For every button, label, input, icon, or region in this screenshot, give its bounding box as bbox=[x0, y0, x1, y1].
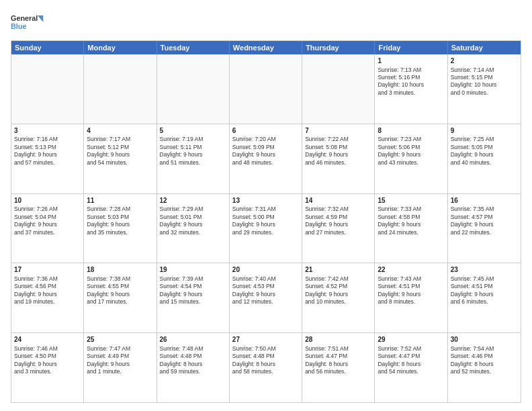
day-info-line: and 57 minutes. bbox=[14, 159, 81, 167]
day-info-line: Daylight: 9 hours bbox=[305, 291, 371, 298]
day-info-line: Sunset: 5:16 PM bbox=[378, 74, 444, 81]
day-info-line: Sunset: 4:55 PM bbox=[87, 283, 153, 290]
empty-cell bbox=[230, 54, 302, 124]
day-info-line: Sunset: 4:51 PM bbox=[451, 283, 518, 290]
day-info-line: Sunrise: 7:25 AM bbox=[451, 136, 518, 143]
header-day-friday: Friday bbox=[375, 41, 447, 54]
day-number: 16 bbox=[451, 196, 518, 205]
day-info-line: Sunset: 5:05 PM bbox=[451, 144, 518, 151]
day-cell-15: 15Sunrise: 7:33 AMSunset: 4:58 PMDayligh… bbox=[375, 194, 447, 263]
day-number: 12 bbox=[160, 196, 226, 205]
day-info-line: Daylight: 9 hours bbox=[378, 291, 444, 298]
day-info-line: Sunrise: 7:51 AM bbox=[305, 345, 371, 353]
day-info-line: Daylight: 9 hours bbox=[87, 361, 153, 368]
day-info-line: Sunrise: 7:35 AM bbox=[451, 205, 518, 213]
day-info-line: and 54 minutes. bbox=[378, 368, 444, 375]
day-info-line: Sunset: 5:04 PM bbox=[14, 214, 81, 221]
day-cell-12: 12Sunrise: 7:29 AMSunset: 5:01 PMDayligh… bbox=[157, 194, 230, 263]
calendar-row-1: 3Sunrise: 7:16 AMSunset: 5:13 PMDaylight… bbox=[11, 124, 521, 193]
day-number: 15 bbox=[378, 196, 444, 205]
day-info-line: Daylight: 9 hours bbox=[87, 151, 153, 158]
day-info-line: Sunrise: 7:36 AM bbox=[14, 275, 81, 283]
day-info-line: and 17 minutes. bbox=[87, 298, 153, 306]
day-number: 4 bbox=[87, 126, 153, 136]
day-number: 23 bbox=[451, 265, 518, 275]
day-info-line: Daylight: 8 hours bbox=[378, 361, 444, 368]
day-number: 5 bbox=[160, 126, 226, 136]
day-cell-23: 23Sunrise: 7:45 AMSunset: 4:51 PMDayligh… bbox=[448, 263, 521, 332]
day-info-line: Sunrise: 7:26 AM bbox=[14, 205, 81, 213]
day-cell-27: 27Sunrise: 7:50 AMSunset: 4:48 PMDayligh… bbox=[230, 333, 302, 402]
header: General Blue bbox=[11, 8, 521, 36]
day-number: 6 bbox=[232, 126, 299, 136]
day-info-line: Sunset: 5:11 PM bbox=[160, 144, 226, 151]
day-cell-4: 4Sunrise: 7:17 AMSunset: 5:12 PMDaylight… bbox=[84, 124, 157, 193]
calendar-body: 1Sunrise: 7:13 AMSunset: 5:16 PMDaylight… bbox=[11, 54, 521, 402]
day-info-line: and 37 minutes. bbox=[14, 229, 81, 236]
day-info-line: Sunrise: 7:14 AM bbox=[451, 66, 518, 74]
day-info-line: Daylight: 9 hours bbox=[232, 221, 299, 228]
day-info-line: Sunset: 5:03 PM bbox=[87, 214, 153, 221]
day-number: 26 bbox=[160, 335, 226, 345]
day-info-line: Daylight: 9 hours bbox=[451, 291, 518, 298]
day-info-line: Sunrise: 7:33 AM bbox=[378, 205, 444, 213]
day-cell-6: 6Sunrise: 7:20 AMSunset: 5:09 PMDaylight… bbox=[230, 124, 302, 193]
svg-marker-2 bbox=[38, 15, 43, 22]
calendar-row-0: 1Sunrise: 7:13 AMSunset: 5:16 PMDaylight… bbox=[11, 54, 521, 124]
day-info-line: Daylight: 9 hours bbox=[378, 151, 444, 158]
day-cell-20: 20Sunrise: 7:40 AMSunset: 4:53 PMDayligh… bbox=[230, 263, 302, 332]
day-info-line: Sunset: 5:01 PM bbox=[160, 214, 226, 221]
day-cell-25: 25Sunrise: 7:47 AMSunset: 4:49 PMDayligh… bbox=[84, 333, 157, 402]
day-number: 13 bbox=[232, 196, 299, 205]
day-info-line: Sunrise: 7:46 AM bbox=[14, 345, 81, 353]
day-info-line: Sunset: 4:50 PM bbox=[14, 353, 81, 360]
day-cell-18: 18Sunrise: 7:38 AMSunset: 4:55 PMDayligh… bbox=[84, 263, 157, 332]
day-number: 2 bbox=[451, 56, 518, 66]
day-number: 19 bbox=[160, 265, 226, 275]
day-info-line: Daylight: 10 hours bbox=[378, 81, 444, 89]
day-info-line: Sunrise: 7:38 AM bbox=[87, 275, 153, 283]
day-info-line: Daylight: 8 hours bbox=[451, 361, 518, 368]
day-info-line: Daylight: 9 hours bbox=[232, 151, 299, 158]
day-info-line: Daylight: 8 hours bbox=[305, 361, 371, 368]
day-number: 1 bbox=[378, 56, 444, 66]
day-info-line: Daylight: 9 hours bbox=[160, 291, 226, 298]
day-info-line: Sunrise: 7:42 AM bbox=[305, 275, 371, 283]
day-cell-22: 22Sunrise: 7:43 AMSunset: 4:51 PMDayligh… bbox=[375, 263, 447, 332]
day-info-line: Sunset: 4:54 PM bbox=[160, 283, 226, 290]
day-number: 20 bbox=[232, 265, 299, 275]
day-info-line: and 15 minutes. bbox=[160, 298, 226, 306]
day-info-line: Daylight: 9 hours bbox=[451, 221, 518, 228]
day-info-line: Sunset: 4:48 PM bbox=[160, 353, 226, 360]
day-number: 28 bbox=[305, 335, 371, 345]
day-info-line: Daylight: 8 hours bbox=[160, 361, 226, 368]
header-day-thursday: Thursday bbox=[302, 41, 375, 54]
calendar-row-3: 17Sunrise: 7:36 AMSunset: 4:56 PMDayligh… bbox=[11, 263, 521, 332]
day-number: 18 bbox=[87, 265, 153, 275]
day-info-line: Sunrise: 7:23 AM bbox=[378, 136, 444, 143]
day-info-line: and 43 minutes. bbox=[378, 159, 444, 167]
day-cell-26: 26Sunrise: 7:48 AMSunset: 4:48 PMDayligh… bbox=[157, 333, 230, 402]
day-info-line: Daylight: 9 hours bbox=[305, 221, 371, 228]
day-info-line: Sunrise: 7:17 AM bbox=[87, 136, 153, 143]
day-info-line: Sunset: 4:47 PM bbox=[378, 353, 444, 360]
day-number: 11 bbox=[87, 196, 153, 205]
day-cell-7: 7Sunrise: 7:22 AMSunset: 5:08 PMDaylight… bbox=[302, 124, 375, 193]
day-info-line: Sunrise: 7:54 AM bbox=[451, 345, 518, 353]
day-info-line: and 32 minutes. bbox=[160, 229, 226, 236]
day-number: 17 bbox=[14, 265, 81, 275]
calendar-header: SundayMondayTuesdayWednesdayThursdayFrid… bbox=[11, 41, 521, 54]
day-info-line: Sunset: 4:52 PM bbox=[305, 283, 371, 290]
day-number: 22 bbox=[378, 265, 444, 275]
day-info-line: Sunset: 5:13 PM bbox=[14, 144, 81, 151]
day-info-line: and 59 minutes. bbox=[160, 368, 226, 375]
day-cell-5: 5Sunrise: 7:19 AMSunset: 5:11 PMDaylight… bbox=[157, 124, 230, 193]
day-info-line: Sunrise: 7:31 AM bbox=[232, 205, 299, 213]
day-info-line: and 48 minutes. bbox=[232, 159, 299, 167]
empty-cell bbox=[11, 54, 84, 124]
day-info-line: Daylight: 9 hours bbox=[14, 221, 81, 228]
day-cell-19: 19Sunrise: 7:39 AMSunset: 4:54 PMDayligh… bbox=[157, 263, 230, 332]
day-number: 10 bbox=[14, 196, 81, 205]
logo: General Blue bbox=[11, 11, 44, 36]
day-info-line: and 6 minutes. bbox=[451, 298, 518, 306]
